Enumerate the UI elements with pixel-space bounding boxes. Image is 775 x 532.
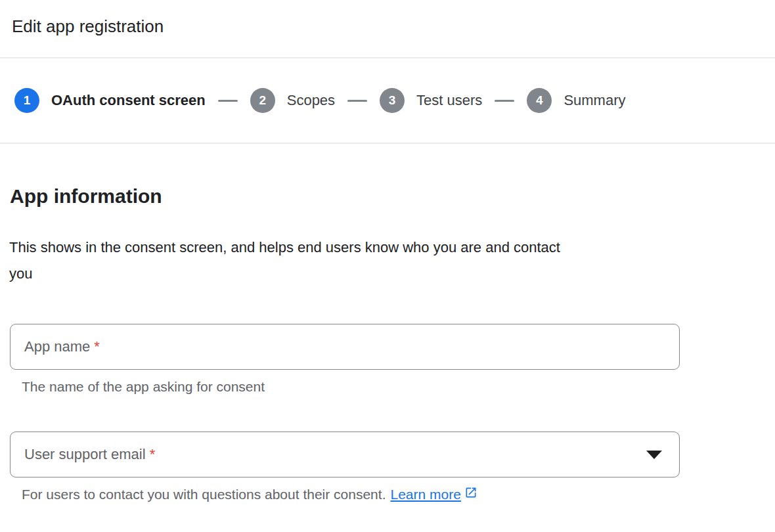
app-name-label: App name	[24, 338, 90, 355]
required-asterisk: *	[150, 446, 156, 463]
app-information-description: This shows in the consent screen, and he…	[9, 234, 775, 287]
step-scopes[interactable]: 2 Scopes	[250, 88, 335, 113]
dropdown-arrow-icon	[646, 451, 662, 459]
user-support-email-label: User support email	[24, 446, 146, 463]
step-3-label: Test users	[416, 92, 482, 109]
divider	[0, 143, 775, 144]
step-separator	[347, 100, 367, 102]
step-summary[interactable]: 4 Summary	[527, 88, 625, 113]
step-2-label: Scopes	[287, 92, 335, 109]
step-separator	[495, 100, 514, 102]
app-information-heading: App information	[10, 185, 775, 208]
step-1-circle: 1	[14, 88, 39, 113]
app-name-helper: The name of the app asking for consent	[22, 378, 775, 395]
description-line: This shows in the consent screen, and he…	[9, 234, 775, 261]
step-3-circle: 3	[380, 88, 405, 113]
learn-more-link[interactable]: Learn more	[390, 486, 460, 503]
user-support-email-helper: For users to contact you with questions …	[22, 486, 775, 503]
app-name-helper-text: The name of the app asking for consent	[22, 378, 265, 395]
page-title: Edit app registration	[0, 0, 775, 37]
user-support-email-helper-text: For users to contact you with questions …	[22, 486, 386, 503]
stepper: 1 OAuth consent screen 2 Scopes 3 Test u…	[0, 58, 775, 143]
external-link-icon	[464, 486, 477, 503]
step-2-circle: 2	[250, 88, 275, 113]
required-asterisk: *	[94, 338, 100, 355]
step-separator	[218, 100, 238, 102]
user-support-email-select[interactable]: User support email *	[10, 432, 680, 477]
step-1-label: OAuth consent screen	[51, 92, 206, 109]
step-test-users[interactable]: 3 Test users	[380, 88, 482, 113]
app-name-input[interactable]: App name *	[10, 324, 680, 370]
step-oauth-consent-screen[interactable]: 1 OAuth consent screen	[14, 88, 206, 113]
step-4-circle: 4	[527, 88, 552, 113]
description-line: you	[9, 261, 775, 287]
step-4-label: Summary	[564, 92, 625, 109]
